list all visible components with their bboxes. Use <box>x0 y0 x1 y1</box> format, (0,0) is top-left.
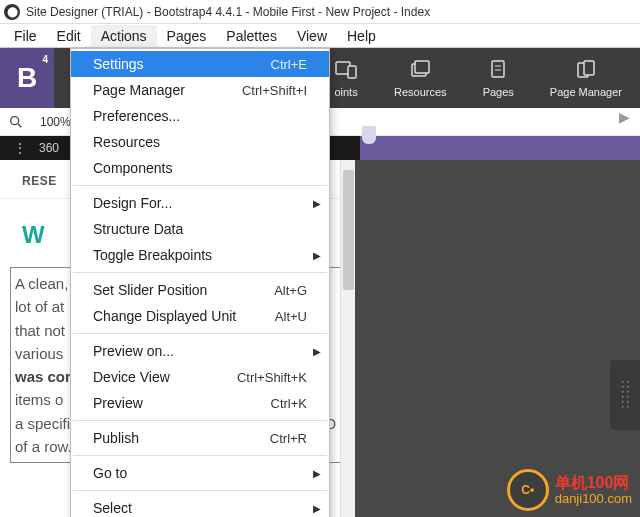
menu-item-page-manager[interactable]: Page ManagerCtrl+Shift+I <box>71 77 329 103</box>
menu-item-label: Components <box>93 160 172 176</box>
menu-item-label: Structure Data <box>93 221 183 237</box>
menu-separator <box>73 420 327 421</box>
menu-item-label: Settings <box>93 56 144 72</box>
page-manager-icon <box>574 58 598 82</box>
menu-item-shortcut: Ctrl+E <box>271 57 307 72</box>
menu-pages[interactable]: Pages <box>157 25 217 47</box>
toolbar-page-manager-button[interactable]: Page Manager <box>532 48 640 108</box>
app-icon: ⬤ <box>4 4 20 20</box>
title-bar: ⬤ Site Designer (TRIAL) - Bootstrap4 4.4… <box>0 0 640 24</box>
menu-item-preview[interactable]: PreviewCtrl+K <box>71 390 329 416</box>
menu-item-settings[interactable]: SettingsCtrl+E <box>71 51 329 77</box>
menu-separator <box>73 333 327 334</box>
menu-item-preview-on[interactable]: Preview on...▶ <box>71 338 329 364</box>
menu-item-preferences[interactable]: Preferences... <box>71 103 329 129</box>
menu-item-label: Toggle Breakpoints <box>93 247 212 263</box>
menu-separator <box>73 490 327 491</box>
panel-handle[interactable] <box>610 360 640 430</box>
menu-help[interactable]: Help <box>337 25 386 47</box>
menu-edit[interactable]: Edit <box>47 25 91 47</box>
breakpoint-marker[interactable] <box>362 126 376 144</box>
svg-point-9 <box>11 116 19 124</box>
submenu-arrow-icon: ▶ <box>313 346 321 357</box>
submenu-arrow-icon: ▶ <box>313 250 321 261</box>
menu-item-label: Page Manager <box>93 82 185 98</box>
toolbar-partial-label: oints <box>334 86 357 98</box>
menu-item-design-for[interactable]: Design For...▶ <box>71 190 329 216</box>
brand-sup: 4 <box>42 54 48 65</box>
window-title: Site Designer (TRIAL) - Bootstrap4 4.4.1… <box>26 5 430 19</box>
toolbar-pages-button[interactable]: Pages <box>465 48 532 108</box>
menu-item-label: Change Displayed Unit <box>93 308 236 324</box>
resources-icon <box>408 58 432 82</box>
play-icon[interactable]: ▶ <box>619 109 630 125</box>
menu-separator <box>73 455 327 456</box>
pages-icon <box>486 58 510 82</box>
menu-item-toggle-breakpoints[interactable]: Toggle Breakpoints▶ <box>71 242 329 268</box>
menu-item-change-displayed-unit[interactable]: Change Displayed UnitAlt+U <box>71 303 329 329</box>
menu-separator <box>73 272 327 273</box>
actions-dropdown: SettingsCtrl+EPage ManagerCtrl+Shift+IPr… <box>70 48 330 517</box>
menu-item-shortcut: Ctrl+Shift+K <box>237 370 307 385</box>
menu-file[interactable]: File <box>4 25 47 47</box>
menu-item-label: Resources <box>93 134 160 150</box>
menu-item-publish[interactable]: PublishCtrl+R <box>71 425 329 451</box>
brand-letter: B <box>17 62 37 94</box>
menu-separator <box>73 185 327 186</box>
svg-rect-4 <box>492 61 504 77</box>
menu-item-label: Go to <box>93 465 127 481</box>
menu-item-shortcut: Alt+U <box>275 309 307 324</box>
svg-rect-1 <box>348 66 356 78</box>
menu-palettes[interactable]: Palettes <box>216 25 287 47</box>
menu-bar: FileEditActionsPagesPalettesViewHelp <box>0 24 640 48</box>
submenu-arrow-icon: ▶ <box>313 503 321 514</box>
brand-logo: B 4 <box>0 48 54 108</box>
watermark-line2: danji100.com <box>555 492 632 506</box>
menu-view[interactable]: View <box>287 25 337 47</box>
drag-dots-icon[interactable]: ⋮ <box>14 141 27 155</box>
svg-rect-8 <box>584 61 594 75</box>
menu-item-go-to[interactable]: Go to▶ <box>71 460 329 486</box>
svg-rect-3 <box>415 61 429 73</box>
menu-item-set-slider-position[interactable]: Set Slider PositionAlt+G <box>71 277 329 303</box>
menu-item-shortcut: Ctrl+K <box>271 396 307 411</box>
svg-line-10 <box>18 124 21 127</box>
grip-icon <box>620 379 630 411</box>
width-value[interactable]: 360 <box>39 141 59 155</box>
menu-item-label: Preview <box>93 395 143 411</box>
menu-item-shortcut: Ctrl+Shift+I <box>242 83 307 98</box>
zoom-value[interactable]: 100% <box>40 115 71 129</box>
breakpoint-strip[interactable]: ▶ <box>360 136 640 160</box>
toolbar-label: Resources <box>394 86 447 98</box>
watermark-icon: C• <box>507 469 549 511</box>
menu-item-label: Publish <box>93 430 139 446</box>
menu-item-label: Device View <box>93 369 170 385</box>
toolbar-label: Pages <box>483 86 514 98</box>
menu-item-label: Preferences... <box>93 108 180 124</box>
watermark: C• 单机100网 danji100.com <box>507 469 632 511</box>
toolbar-resources-button[interactable]: Resources <box>376 48 465 108</box>
menu-item-resources[interactable]: Resources <box>71 129 329 155</box>
toolbar-label: Page Manager <box>550 86 622 98</box>
menu-item-shortcut: Ctrl+R <box>270 431 307 446</box>
devices-icon <box>334 58 358 82</box>
submenu-arrow-icon: ▶ <box>313 198 321 209</box>
preview-panel <box>355 160 640 517</box>
menu-item-label: Design For... <box>93 195 172 211</box>
scrollbar-thumb[interactable] <box>343 170 354 290</box>
menu-item-shortcut: Alt+G <box>274 283 307 298</box>
menu-actions[interactable]: Actions <box>91 25 157 47</box>
menu-item-select[interactable]: Select▶ <box>71 495 329 517</box>
menu-item-components[interactable]: Components <box>71 155 329 181</box>
menu-item-label: Set Slider Position <box>93 282 207 298</box>
vertical-scrollbar[interactable] <box>340 160 355 517</box>
submenu-arrow-icon: ▶ <box>313 468 321 479</box>
watermark-line1: 单机100网 <box>555 474 632 492</box>
menu-item-label: Preview on... <box>93 343 174 359</box>
menu-item-device-view[interactable]: Device ViewCtrl+Shift+K <box>71 364 329 390</box>
search-icon[interactable] <box>8 114 24 130</box>
menu-item-label: Select <box>93 500 132 516</box>
menu-item-structure-data[interactable]: Structure Data <box>71 216 329 242</box>
